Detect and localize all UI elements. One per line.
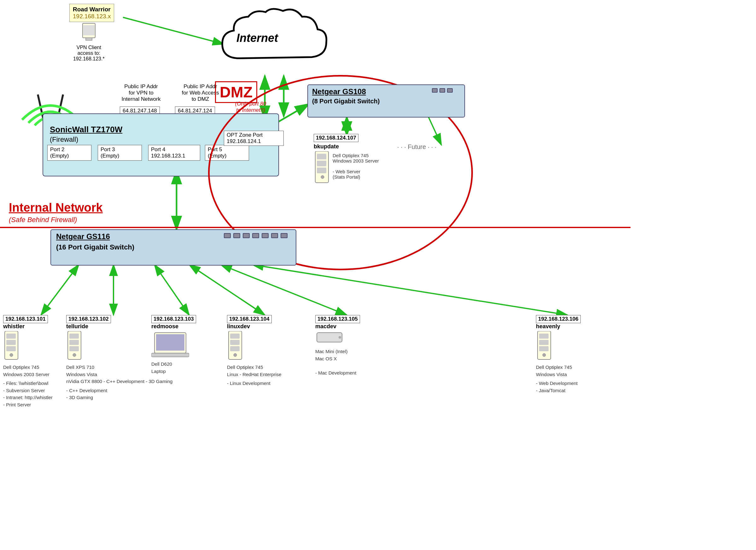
svg-rect-24	[317, 161, 326, 166]
heavenly-name: heavenly	[536, 323, 581, 330]
gs108-subtitle: (8 Port Gigabit Switch)	[312, 98, 380, 105]
heavenly-ip: 192.168.123.106	[536, 315, 581, 323]
sonicwall-title: SonicWall TZ170W	[50, 125, 122, 135]
gs116-port-dot	[233, 233, 240, 238]
svg-point-36	[73, 353, 76, 356]
redmoose-desc: Dell D620 Laptop	[151, 361, 196, 375]
vpn-access-label: access to:	[73, 50, 105, 56]
gs108-port-indicators	[432, 88, 453, 93]
macdev-desc: Mac Mini (Intel) Mac OS X - Mac Developm…	[315, 348, 360, 376]
port4-value: 192.168.123.1	[151, 153, 197, 159]
svg-line-13	[154, 265, 189, 315]
redmoose-ip: 192.168.123.103	[151, 315, 196, 323]
svg-rect-19	[83, 25, 95, 35]
connection-lines	[0, 0, 756, 550]
svg-line-6	[123, 17, 224, 44]
port2-box: Port 2 (Empty)	[47, 145, 91, 161]
bkupdate-ip: 192.168.124.107	[314, 134, 358, 142]
svg-rect-33	[69, 333, 79, 339]
bkupdate-name: bkupdate	[314, 143, 339, 150]
whistler-ip: 192.168.123.101	[3, 315, 48, 323]
svg-rect-34	[69, 340, 79, 345]
gs116-port-dot	[252, 233, 259, 238]
network-diagram: Internet Road Warrior 192.168.123.x VPN …	[0, 0, 756, 550]
svg-rect-29	[6, 340, 16, 345]
svg-rect-23	[317, 154, 326, 159]
gs116-port-dot	[271, 233, 278, 238]
svg-point-31	[10, 353, 13, 356]
svg-rect-18	[86, 38, 92, 40]
vpn-ip-label: 192.168.123.*	[73, 56, 105, 62]
svg-rect-49	[539, 340, 549, 345]
opt-zone-line2: 192.168.124.1	[227, 138, 281, 145]
svg-rect-38	[156, 334, 184, 350]
svg-rect-42	[230, 340, 240, 345]
node-whistler: 192.168.123.101 whistler Dell Optiplex 7…	[3, 315, 53, 408]
svg-rect-48	[539, 333, 549, 339]
svg-line-14	[189, 265, 265, 315]
opt-zone-box: OPT Zone Port 192.168.124.1	[224, 131, 284, 146]
bkupdate-server-icon	[314, 151, 331, 187]
gs116-port-indicators	[224, 233, 288, 238]
linuxdev-ip: 192.168.123.104	[227, 315, 272, 323]
whistler-desc: Dell Optiplex 745 Windows 2003 Server - …	[3, 364, 53, 408]
svg-point-46	[339, 336, 341, 339]
svg-rect-25	[317, 168, 326, 173]
linuxdev-desc: Dell Optiplex 745 Linux - RedHat Enterpr…	[227, 364, 282, 387]
svg-rect-28	[6, 333, 16, 339]
port3-value: (Empty)	[101, 153, 139, 159]
svg-rect-45	[317, 333, 342, 342]
opt-zone-line1: OPT Zone Port	[227, 132, 281, 138]
road-warrior-ip: 192.168.123.x	[73, 13, 111, 20]
pub-ip-label-1: Public IP Addr for VPN to Internal Netwo…	[113, 84, 169, 102]
whistler-name: whistler	[3, 323, 53, 330]
gs108-port-dot	[439, 88, 445, 93]
svg-line-15	[221, 265, 347, 315]
node-linuxdev: 192.168.123.104 linuxdev Dell Optiplex 7…	[227, 315, 282, 387]
port5-value: (Empty)	[208, 153, 246, 159]
svg-point-44	[234, 353, 237, 356]
port2-value: (Empty)	[50, 153, 89, 159]
sonicwall-subtitle: (Firewall)	[50, 136, 78, 144]
svg-rect-41	[230, 333, 240, 339]
internal-network-divider	[0, 227, 631, 228]
port2-name: Port 2	[50, 147, 89, 153]
svg-line-11	[41, 265, 79, 315]
internal-network-subtitle: (Safe Behind Firewall)	[9, 216, 77, 224]
port3-name: Port 3	[101, 147, 139, 153]
gs116-port-dot	[243, 233, 250, 238]
telluride-ip: 192.168.123.102	[66, 315, 111, 323]
internal-network-title: Internal Network	[9, 201, 103, 215]
node-heavenly: 192.168.123.106 heavenly Dell Optiplex 7…	[536, 315, 581, 394]
gs108-port-dot	[447, 88, 453, 93]
internet-label: Internet	[236, 32, 278, 45]
bkupdate-desc: Dell Optiplex 745 Windows 2003 Server - …	[333, 153, 379, 180]
gs108-title: Netgear GS108	[312, 87, 366, 96]
dmz-subtitle: (Only port 80to Internet!!)	[214, 101, 287, 113]
macdev-ip: 192.168.123.105	[315, 315, 360, 323]
dmz-title: DMZ	[215, 81, 257, 103]
gs116-title: Netgear GS116	[56, 232, 110, 241]
svg-line-16	[252, 265, 567, 315]
heavenly-desc: Dell Optiplex 745 Windows Vista - Web De…	[536, 364, 581, 394]
road-warrior-title: Road Warrior	[73, 6, 111, 13]
gs116-port-dot	[262, 233, 269, 238]
port4-box: Port 4 192.168.123.1	[148, 145, 200, 161]
port4-name: Port 4	[151, 147, 197, 153]
gs116-port-dot	[281, 233, 288, 238]
svg-rect-39	[151, 353, 189, 357]
gs116-subtitle: (16 Port Gigabit Switch)	[56, 243, 134, 252]
node-macdev: 192.168.123.105 macdev Mac Mini (Intel) …	[315, 315, 360, 376]
port5-box: Port 5 (Empty)	[205, 145, 249, 161]
port3-box: Port 3 (Empty)	[98, 145, 142, 161]
vpn-client-info: VPN Client access to: 192.168.123.*	[73, 23, 105, 62]
svg-rect-30	[6, 346, 16, 351]
svg-point-26	[321, 176, 324, 179]
gs108-port-dot	[432, 88, 438, 93]
linuxdev-name: linuxdev	[227, 323, 282, 330]
svg-point-51	[543, 353, 546, 356]
svg-rect-43	[230, 346, 240, 351]
port5-name: Port 5	[208, 147, 246, 153]
node-redmoose: 192.168.123.103 redmoose Dell D620 Lapto…	[151, 315, 196, 375]
macdev-name: macdev	[315, 323, 360, 330]
